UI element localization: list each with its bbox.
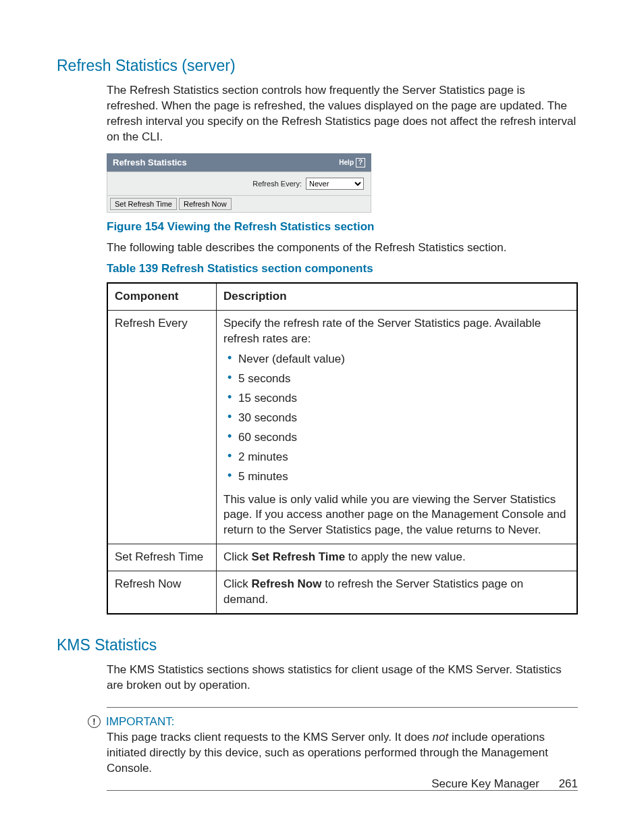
list-item: 2 minutes [238,448,570,467]
rates-tail: This value is only valid while you are v… [223,493,566,537]
table-header-row: Component Description [107,283,577,310]
divider [107,707,578,708]
list-item: 5 seconds [238,369,570,389]
refresh-every-select[interactable]: Never [306,178,364,190]
list-item: 60 seconds [238,428,570,448]
rates-list: Never (default value) 5 seconds 15 secon… [223,350,570,487]
footer-doc-title: Secure Key Manager [431,777,539,790]
important-label: IMPORTANT: [106,714,174,730]
cell-description: Specify the refresh rate of the Server S… [217,311,578,544]
set-refresh-time-button[interactable]: Set Refresh Time [110,198,177,210]
help-label: Help [339,158,354,167]
footer-page-number: 261 [559,777,578,790]
cell-component: Set Refresh Time [107,544,217,571]
refresh-statistics-widget: Refresh Statistics Help ? Refresh Every:… [107,153,371,213]
table-row: Set Refresh Time Click Set Refresh Time … [107,544,577,571]
components-table: Component Description Refresh Every Spec… [107,282,578,615]
kms-intro: The KMS Statistics sections shows statis… [107,662,578,694]
help-icon: ? [356,158,365,167]
bold-term: Set Refresh Time [252,550,346,563]
list-item: Never (default value) [238,350,570,369]
table-caption: Table 139 Refresh Statistics section com… [107,261,578,277]
rates-lead: Specify the refresh rate of the Server S… [223,317,541,345]
important-text: This page tracks client requests to the … [107,730,578,777]
list-item: 15 seconds [238,389,570,409]
section-heading-refresh: Refresh Statistics (server) [57,55,578,76]
col-description: Description [217,283,578,310]
help-link[interactable]: Help ? [339,158,365,167]
section-heading-kms: KMS Statistics [57,635,578,656]
important-icon: ! [88,715,101,728]
cell-description: Click Refresh Now to refresh the Server … [217,571,578,614]
cell-component: Refresh Now [107,571,217,614]
page-footer: Secure Key Manager 261 [431,777,578,792]
widget-title: Refresh Statistics [113,157,187,169]
cell-description: Click Set Refresh Time to apply the new … [217,544,578,571]
table-row: Refresh Every Specify the refresh rate o… [107,311,577,544]
table-intro: The following table describes the compon… [107,240,578,256]
refresh-now-button[interactable]: Refresh Now [179,198,232,210]
emphasis-not: not [433,731,449,744]
refresh-every-label: Refresh Every: [252,179,302,189]
list-item: 30 seconds [238,409,570,428]
widget-header: Refresh Statistics Help ? [107,153,371,172]
figure-caption: Figure 154 Viewing the Refresh Statistic… [107,219,578,235]
table-row: Refresh Now Click Refresh Now to refresh… [107,571,577,614]
list-item: 5 minutes [238,467,570,487]
bold-term: Refresh Now [252,577,322,590]
cell-component: Refresh Every [107,311,217,544]
refresh-intro: The Refresh Statistics section controls … [107,83,578,145]
col-component: Component [107,283,217,310]
